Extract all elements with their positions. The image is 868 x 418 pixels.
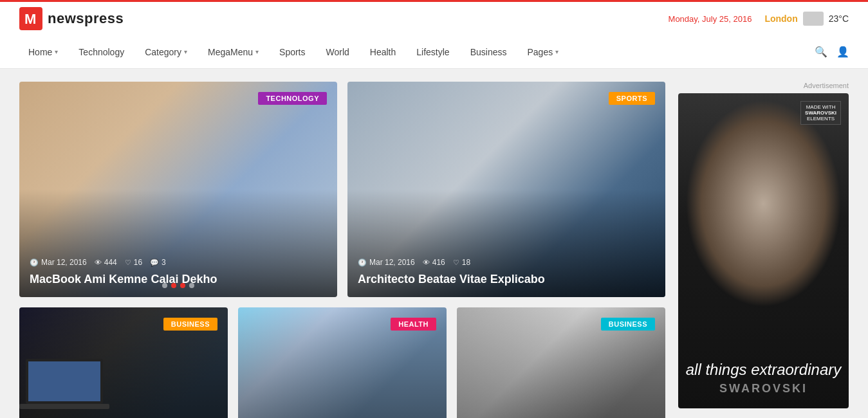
card-footer: Mar 12, 2016 444 16 3 <box>19 248 337 297</box>
article-date: Mar 12, 2016 <box>358 258 415 267</box>
card-footer: Mar 12, 2016 416 18 Architecto Beatae Vi… <box>347 248 665 297</box>
ad-box[interactable]: MADE WITHSWAROVSKIELEMENTS all things ex… <box>678 93 849 408</box>
weather-icon <box>803 12 824 26</box>
svg-text:M: M <box>24 11 36 27</box>
top-row: TECHNOLOGY Mar 12, 2016 444 <box>19 82 665 297</box>
article-card-health[interactable]: HEALTH <box>238 307 447 418</box>
article-card-tech[interactable]: TECHNOLOGY Mar 12, 2016 444 <box>19 82 337 297</box>
nav-megamenu[interactable]: MegaMenu ▾ <box>199 35 268 69</box>
nav-technology[interactable]: Technology <box>69 35 133 69</box>
article-card-business-1[interactable]: BUSINESS <box>19 307 228 418</box>
article-comments: 3 <box>150 258 166 267</box>
city-name: London <box>764 14 797 24</box>
nav-category[interactable]: Category ▾ <box>136 35 196 69</box>
carousel-dots <box>162 283 194 288</box>
dot-3[interactable] <box>180 283 185 288</box>
eye-icon <box>95 258 102 267</box>
nav-business[interactable]: Business <box>461 35 516 69</box>
site-name: newspress <box>48 10 124 27</box>
user-icon[interactable]: 👤 <box>837 46 849 58</box>
top-bar: M newspress Monday, July 25, 2016 London… <box>0 0 868 35</box>
ad-label: Advertisement <box>678 82 849 89</box>
card-meta: Mar 12, 2016 444 16 3 <box>30 258 327 267</box>
bottom-row: BUSINESS HEALTH BUSINESS <box>19 307 665 418</box>
ad-text: all things extraordinary <box>686 361 841 379</box>
chevron-down-icon: ▾ <box>55 48 58 55</box>
dot-2[interactable] <box>171 283 176 288</box>
dot-1[interactable] <box>162 283 167 288</box>
nav-home[interactable]: Home ▾ <box>19 35 67 69</box>
top-right-info: Monday, July 25, 2016 London 23°C <box>669 12 849 26</box>
chevron-down-icon: ▾ <box>255 48 259 55</box>
chevron-down-icon: ▾ <box>184 48 187 55</box>
article-title: Architecto Beatae Vitae Explicabo <box>358 272 655 287</box>
category-badge: SPORTS <box>609 92 655 105</box>
category-badge: TECHNOLOGY <box>258 92 327 105</box>
card-meta: Mar 12, 2016 416 18 <box>358 258 655 267</box>
ad-sidebar: Advertisement MADE WITHSWAROVSKIELEMENTS… <box>678 82 849 418</box>
main-content: TECHNOLOGY Mar 12, 2016 444 <box>0 69 868 418</box>
article-date: Mar 12, 2016 <box>30 258 87 267</box>
heart-icon <box>125 258 131 267</box>
nav-actions: 🔍 👤 <box>815 46 849 58</box>
eye-icon <box>423 258 430 267</box>
nav-world[interactable]: World <box>317 35 358 69</box>
articles-area: TECHNOLOGY Mar 12, 2016 444 <box>19 82 665 418</box>
weather-area: London 23°C <box>764 12 849 26</box>
category-badge: BUSINESS <box>601 318 655 331</box>
nav-sports[interactable]: Sports <box>270 35 314 69</box>
nav-bar: Home ▾ Technology Category ▾ MegaMenu ▾ … <box>0 35 868 69</box>
article-likes: 16 <box>125 258 142 267</box>
nav-pages[interactable]: Pages ▾ <box>518 35 568 69</box>
article-views: 444 <box>95 258 117 267</box>
laptop-decoration <box>26 359 103 404</box>
article-views: 416 <box>423 258 445 267</box>
dot-4[interactable] <box>189 283 194 288</box>
nav-health[interactable]: Health <box>361 35 405 69</box>
article-likes: 18 <box>453 258 470 267</box>
nav-lifestyle[interactable]: Lifestyle <box>407 35 458 69</box>
category-badge: BUSINESS <box>163 318 217 331</box>
article-card-sports[interactable]: SPORTS Mar 12, 2016 416 18 <box>347 82 665 297</box>
category-badge: HEALTH <box>391 318 436 331</box>
clock-icon <box>358 258 367 267</box>
heart-icon <box>453 258 459 267</box>
temperature: 23°C <box>829 14 849 24</box>
brand-badge: MADE WITHSWAROVSKIELEMENTS <box>800 101 841 125</box>
logo-icon: M <box>19 7 42 30</box>
date-display: Monday, July 25, 2016 <box>669 14 752 24</box>
article-card-business-2[interactable]: BUSINESS <box>457 307 665 418</box>
comment-icon <box>150 258 159 267</box>
brand-name: SWAROVSKI <box>719 382 808 395</box>
search-icon[interactable]: 🔍 <box>815 46 827 58</box>
chevron-down-icon: ▾ <box>555 48 559 55</box>
logo-area[interactable]: M newspress <box>19 7 124 30</box>
clock-icon <box>30 258 39 267</box>
